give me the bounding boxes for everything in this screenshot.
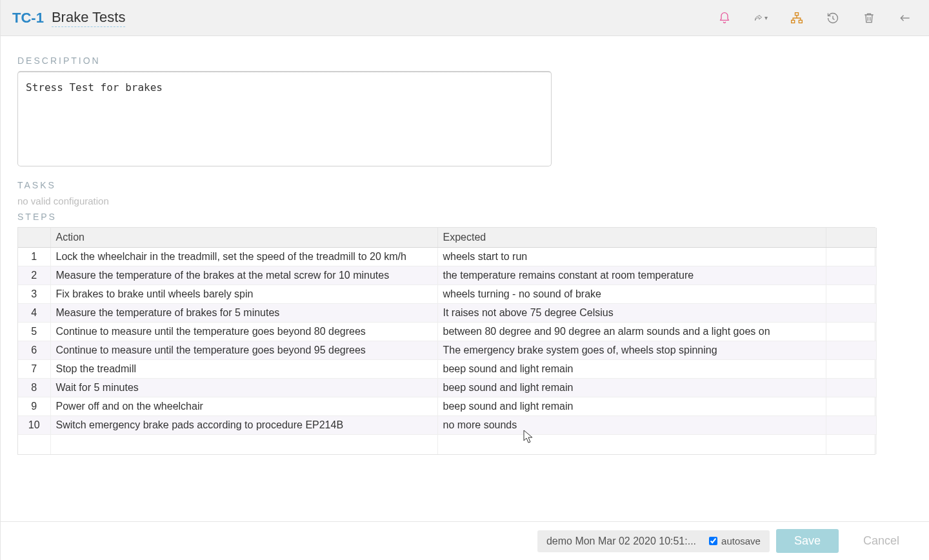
- col-header-expected[interactable]: Expected: [437, 228, 826, 248]
- step-extra[interactable]: [826, 379, 876, 397]
- table-row[interactable]: 8Wait for 5 minutesbeep sound and light …: [18, 379, 876, 397]
- step-extra[interactable]: [826, 360, 876, 379]
- step-action[interactable]: Continue to measure until the temperatur…: [50, 341, 437, 360]
- step-extra[interactable]: [826, 304, 876, 323]
- svg-rect-0: [795, 12, 799, 15]
- step-action[interactable]: Fix brakes to brake until wheels barely …: [50, 285, 437, 304]
- step-action[interactable]: Continue to measure until the temperatur…: [50, 323, 437, 341]
- trash-icon[interactable]: [862, 11, 876, 25]
- step-number: 9: [18, 397, 50, 416]
- step-number: 3: [18, 285, 50, 304]
- step-number: 1: [18, 248, 50, 266]
- step-extra[interactable]: [826, 266, 876, 285]
- step-action[interactable]: Lock the wheelchair in the treadmill, se…: [50, 248, 437, 266]
- hierarchy-icon[interactable]: [790, 11, 804, 25]
- step-number: 7: [18, 360, 50, 379]
- step-expected[interactable]: It raises not above 75 degree Celsius: [437, 304, 826, 323]
- svg-rect-1: [792, 20, 795, 23]
- step-expected[interactable]: wheels start to run: [437, 248, 826, 266]
- step-action[interactable]: Stop the treadmill: [50, 360, 437, 379]
- header-toolbar: ▾: [717, 11, 916, 25]
- table-row[interactable]: 7Stop the treadmillbeep sound and light …: [18, 360, 876, 379]
- table-row-blank[interactable]: [18, 435, 876, 454]
- step-extra[interactable]: [826, 285, 876, 304]
- steps-heading: STEPS: [17, 212, 912, 222]
- main-content: DESCRIPTION TASKS no valid configuration…: [1, 36, 929, 521]
- table-row[interactable]: 2Measure the temperature of the brakes a…: [18, 266, 876, 285]
- step-expected[interactable]: between 80 degree and 90 degree an alarm…: [437, 323, 826, 341]
- status-chip: demo Mon Mar 02 2020 10:51:... autosave: [537, 530, 770, 552]
- table-row[interactable]: 9Power off and on the wheelchairbeep sou…: [18, 397, 876, 416]
- step-extra[interactable]: [826, 323, 876, 341]
- save-button[interactable]: Save: [776, 529, 839, 553]
- col-header-action[interactable]: Action: [50, 228, 437, 248]
- table-row[interactable]: 6Continue to measure until the temperatu…: [18, 341, 876, 360]
- page-header: TC-1 Brake Tests ▾: [1, 0, 929, 36]
- step-action[interactable]: Wait for 5 minutes: [50, 379, 437, 397]
- history-icon[interactable]: [826, 11, 840, 25]
- step-number: 6: [18, 341, 50, 360]
- step-number: 10: [18, 416, 50, 435]
- svg-rect-2: [799, 20, 802, 23]
- table-row[interactable]: 1Lock the wheelchair in the treadmill, s…: [18, 248, 876, 266]
- test-case-id[interactable]: TC-1: [12, 10, 44, 26]
- table-row[interactable]: 4Measure the temperature of brakes for 5…: [18, 304, 876, 323]
- step-expected[interactable]: no more sounds: [437, 416, 826, 435]
- table-row[interactable]: 5Continue to measure until the temperatu…: [18, 323, 876, 341]
- step-extra[interactable]: [826, 397, 876, 416]
- footer-bar: demo Mon Mar 02 2020 10:51:... autosave …: [1, 521, 929, 560]
- table-row[interactable]: 10Switch emergency brake pads according …: [18, 416, 876, 435]
- description-heading: DESCRIPTION: [17, 55, 912, 66]
- step-action[interactable]: Measure the temperature of the brakes at…: [50, 266, 437, 285]
- tasks-heading: TASKS: [17, 180, 912, 190]
- autosave-toggle[interactable]: autosave: [709, 535, 761, 546]
- share-dropdown[interactable]: ▾: [754, 11, 768, 25]
- autosave-label: autosave: [721, 535, 761, 546]
- tasks-empty-message: no valid configuration: [17, 195, 912, 206]
- step-action[interactable]: Measure the temperature of brakes for 5 …: [50, 304, 437, 323]
- step-expected[interactable]: beep sound and light remain: [437, 397, 826, 416]
- step-extra[interactable]: [826, 341, 876, 360]
- chevron-down-icon: ▾: [764, 14, 768, 21]
- step-number: 4: [18, 304, 50, 323]
- step-number: 5: [18, 323, 50, 341]
- step-action[interactable]: Power off and on the wheelchair: [50, 397, 437, 416]
- step-expected[interactable]: beep sound and light remain: [437, 379, 826, 397]
- back-icon[interactable]: [898, 11, 912, 25]
- step-expected[interactable]: beep sound and light remain: [437, 360, 826, 379]
- step-action[interactable]: Switch emergency brake pads according to…: [50, 416, 437, 435]
- step-expected[interactable]: wheels turning - no sound of brake: [437, 285, 826, 304]
- description-field[interactable]: [17, 71, 552, 166]
- table-row[interactable]: 3Fix brakes to brake until wheels barely…: [18, 285, 876, 304]
- col-header-extra[interactable]: [826, 228, 876, 248]
- autosave-checkbox[interactable]: [709, 537, 717, 545]
- cancel-button[interactable]: Cancel: [845, 529, 917, 553]
- steps-table[interactable]: Action Expected 1Lock the wheelchair in …: [18, 228, 877, 454]
- steps-table-wrap: Action Expected 1Lock the wheelchair in …: [17, 227, 875, 455]
- test-case-title[interactable]: Brake Tests: [52, 9, 126, 27]
- step-extra[interactable]: [826, 416, 876, 435]
- step-number: 8: [18, 379, 50, 397]
- step-expected[interactable]: The emergency brake system goes of, whee…: [437, 341, 826, 360]
- status-text: demo Mon Mar 02 2020 10:51:...: [546, 535, 696, 547]
- step-number: 2: [18, 266, 50, 285]
- step-extra[interactable]: [826, 248, 876, 266]
- step-expected[interactable]: the temperature remains constant at room…: [437, 266, 826, 285]
- col-header-number[interactable]: [18, 228, 50, 248]
- bell-icon[interactable]: [717, 11, 732, 25]
